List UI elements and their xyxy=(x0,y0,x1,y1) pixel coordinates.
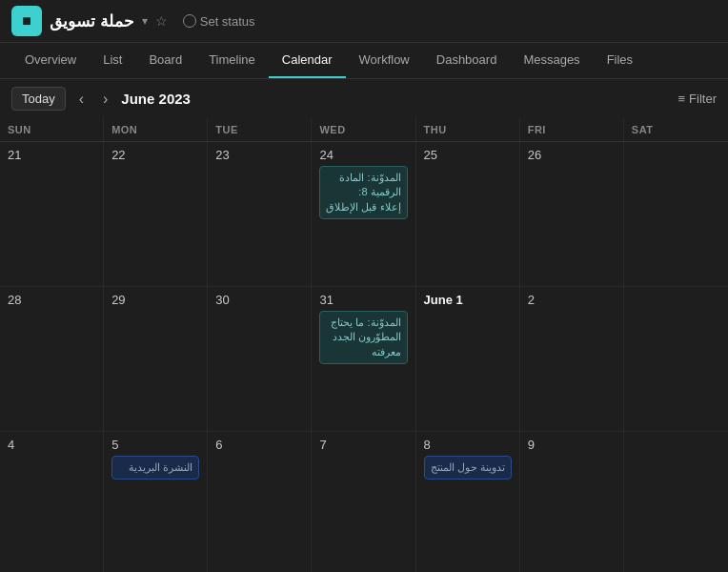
cal-cell-29: 29 xyxy=(104,287,208,431)
set-status-label: Set status xyxy=(200,14,255,29)
status-circle-icon xyxy=(183,14,196,28)
cal-cell-4: 4 xyxy=(0,432,104,572)
cal-cell-28: 28 xyxy=(0,287,104,431)
event-newsletter[interactable]: النشرة البريدية xyxy=(111,456,199,480)
cal-cell-june1: June 1 xyxy=(416,287,520,431)
day-number: 31 xyxy=(319,293,407,307)
day-header-thu: THU xyxy=(416,118,520,141)
day-headers: SUN MON TUE WED THU FRI SAT xyxy=(0,118,728,142)
day-number: 29 xyxy=(111,293,199,307)
day-number: 28 xyxy=(8,293,95,307)
day-number: 9 xyxy=(528,438,616,452)
star-icon[interactable]: ☆ xyxy=(155,13,168,29)
day-header-tue: TUE xyxy=(208,118,312,141)
calendar-week-2: 28 29 30 31 المدوّنة: ما يحتاجالمطوّرون … xyxy=(0,287,728,432)
day-number: 2 xyxy=(528,293,616,307)
project-title: حملة تسويق xyxy=(50,11,134,31)
cal-cell-24: 24 المدوّنة: المادة الرقمية 8:إعلاء قبل … xyxy=(312,142,415,286)
tab-messages[interactable]: Messages xyxy=(510,43,593,78)
prev-month-button[interactable]: ‹ xyxy=(73,89,90,110)
tab-timeline[interactable]: Timeline xyxy=(195,43,269,78)
calendar-header: Today ‹ › June 2023 ≡ Filter xyxy=(0,79,728,118)
day-number: 5 xyxy=(111,438,199,452)
tab-dashboard[interactable]: Dashboard xyxy=(423,43,511,78)
cal-cell-9: 9 xyxy=(520,432,624,572)
day-number: 26 xyxy=(528,148,616,162)
day-number: June 1 xyxy=(424,293,512,307)
cal-cell-30: 30 xyxy=(208,287,312,431)
cal-cell-8: 8 تدوينة حول المنتج xyxy=(416,432,520,572)
day-number: 23 xyxy=(215,148,303,162)
day-number: 22 xyxy=(111,148,199,162)
next-month-button[interactable]: › xyxy=(97,89,113,110)
day-number: 24 xyxy=(319,148,407,162)
day-number: 6 xyxy=(215,438,303,452)
day-header-sun: SUN xyxy=(0,118,104,141)
cal-cell-31: 31 المدوّنة: ما يحتاجالمطوّرون الجدد معر… xyxy=(312,287,415,431)
tab-calendar[interactable]: Calendar xyxy=(269,43,346,78)
filter-icon: ≡ xyxy=(678,92,686,106)
cal-cell-3 xyxy=(624,287,728,431)
filter-button[interactable]: ≡ Filter xyxy=(678,92,717,106)
day-header-wed: WED xyxy=(312,118,415,141)
day-header-mon: MON xyxy=(104,118,208,141)
top-bar: ■ حملة تسويق ▾ ☆ Set status xyxy=(0,0,728,43)
cal-cell-10 xyxy=(624,432,728,572)
day-number: 21 xyxy=(8,148,95,162)
event-blog-digital[interactable]: المدوّنة: المادة الرقمية 8:إعلاء قبل الإ… xyxy=(319,166,407,219)
event-blog-developers[interactable]: المدوّنة: ما يحتاجالمطوّرون الجدد معرفته xyxy=(319,311,407,364)
cal-cell-26: 26 xyxy=(520,142,624,286)
event-product-blog[interactable]: تدوينة حول المنتج xyxy=(424,456,512,480)
tab-overview[interactable]: Overview xyxy=(11,43,90,78)
cal-cell-22: 22 xyxy=(104,142,208,286)
cal-cell-7: 7 xyxy=(312,432,415,572)
calendar-nav: Today ‹ › June 2023 xyxy=(11,87,191,111)
tab-list[interactable]: List xyxy=(90,43,135,78)
app-icon: ■ xyxy=(11,6,42,36)
cal-cell-6: 6 xyxy=(208,432,312,572)
chevron-down-icon[interactable]: ▾ xyxy=(142,14,148,28)
calendar-grid: SUN MON TUE WED THU FRI SAT 21 22 23 24 … xyxy=(0,118,728,572)
day-header-sat: SAT xyxy=(624,118,728,141)
cal-cell-23: 23 xyxy=(208,142,312,286)
day-number: 8 xyxy=(424,438,512,452)
cal-cell-2: 2 xyxy=(520,287,624,431)
filter-label: Filter xyxy=(689,92,717,106)
day-number: 25 xyxy=(424,148,512,162)
day-number: 7 xyxy=(319,438,407,452)
today-button[interactable]: Today xyxy=(11,87,66,111)
calendar-week-3: 4 5 النشرة البريدية 6 7 8 تدوينة حول الم… xyxy=(0,432,728,572)
cal-cell-5: 5 النشرة البريدية xyxy=(104,432,208,572)
calendar-week-1: 21 22 23 24 المدوّنة: المادة الرقمية 8:إ… xyxy=(0,142,728,287)
tab-board[interactable]: Board xyxy=(135,43,195,78)
month-title: June 2023 xyxy=(121,91,191,107)
day-number: 30 xyxy=(215,293,303,307)
set-status-button[interactable]: Set status xyxy=(183,14,255,29)
day-header-fri: FRI xyxy=(520,118,624,141)
day-number: 4 xyxy=(8,438,95,452)
cal-cell-27 xyxy=(624,142,728,286)
cal-cell-25: 25 xyxy=(416,142,520,286)
calendar-rows: 21 22 23 24 المدوّنة: المادة الرقمية 8:إ… xyxy=(0,142,728,572)
tab-workflow[interactable]: Workflow xyxy=(346,43,423,78)
cal-cell-21: 21 xyxy=(0,142,104,286)
tab-files[interactable]: Files xyxy=(594,43,646,78)
nav-tabs: Overview List Board Timeline Calendar Wo… xyxy=(0,43,728,79)
